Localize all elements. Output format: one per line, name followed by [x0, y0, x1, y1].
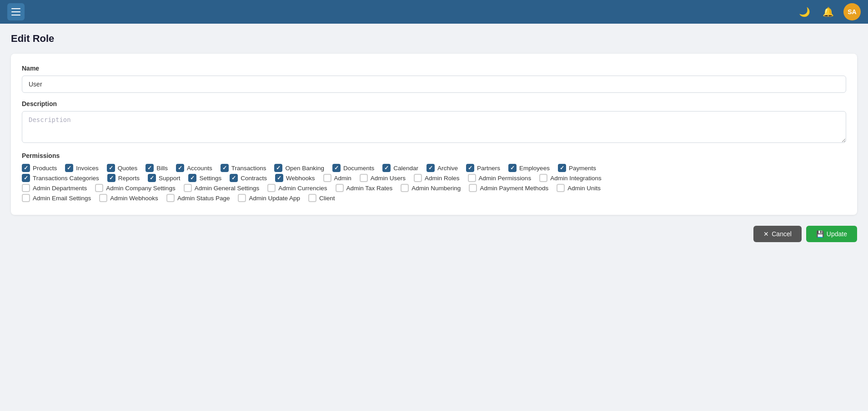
perm-label-archive: Archive	[437, 165, 458, 172]
perm-checkbox-payments[interactable]	[558, 164, 566, 172]
perm-item-admin-users: Admin Users	[360, 174, 406, 182]
perm-checkbox-admin-payment-methods[interactable]	[469, 184, 477, 192]
perm-checkbox-admin-users[interactable]	[360, 174, 368, 182]
update-button[interactable]: 💾 Update	[806, 226, 857, 242]
name-label: Name	[22, 65, 846, 72]
perm-label-webhooks: Webhooks	[286, 175, 315, 182]
perm-checkbox-admin-currencies[interactable]	[267, 184, 276, 192]
avatar[interactable]: SA	[843, 3, 861, 20]
perm-checkbox-admin-numbering[interactable]	[401, 184, 409, 192]
main-content: Edit Role Name Description Permissions P…	[0, 24, 868, 251]
perm-item-admin-permissions: Admin Permissions	[468, 174, 532, 182]
perm-label-admin-tax-rates: Admin Tax Rates	[346, 185, 393, 192]
permissions-row-1: Transactions CategoriesReportsSupportSet…	[22, 174, 846, 182]
navbar: 🌙 🔔 SA	[0, 0, 868, 24]
perm-checkbox-reports[interactable]	[107, 174, 115, 182]
perm-label-documents: Documents	[343, 165, 374, 172]
perm-checkbox-bills[interactable]	[146, 164, 154, 172]
hamburger-line-1	[11, 8, 20, 9]
perm-label-bills: Bills	[156, 165, 168, 172]
perm-checkbox-settings[interactable]	[188, 174, 196, 182]
perm-checkbox-support[interactable]	[148, 174, 156, 182]
update-icon: 💾	[816, 230, 824, 238]
perm-label-admin-company-settings: Admin Company Settings	[106, 185, 175, 192]
perm-item-contracts: Contracts	[230, 174, 267, 182]
perm-item-transactions: Transactions	[221, 164, 266, 172]
perm-label-contracts: Contracts	[241, 175, 267, 182]
perm-item-open-banking: Open Banking	[274, 164, 324, 172]
perm-checkbox-admin-company-settings[interactable]	[95, 184, 103, 192]
name-input[interactable]	[22, 76, 846, 93]
perm-checkbox-admin-integrations[interactable]	[539, 174, 547, 182]
perm-checkbox-quotes[interactable]	[107, 164, 115, 172]
perm-label-reports: Reports	[118, 175, 140, 182]
perm-checkbox-products[interactable]	[22, 164, 30, 172]
perm-label-client: Client	[319, 195, 335, 202]
cancel-label: Cancel	[772, 230, 792, 238]
perm-label-admin-webhooks: Admin Webhooks	[110, 195, 158, 202]
perm-checkbox-admin-status-page[interactable]	[166, 194, 175, 202]
perm-label-admin: Admin	[334, 175, 351, 182]
perm-label-admin-units: Admin Units	[567, 185, 601, 192]
perm-checkbox-calendar[interactable]	[382, 164, 391, 172]
perm-label-admin-integrations: Admin Integrations	[550, 175, 602, 182]
perm-item-admin-company-settings: Admin Company Settings	[95, 184, 175, 192]
perm-checkbox-admin-roles[interactable]	[414, 174, 422, 182]
perm-checkbox-admin-units[interactable]	[557, 184, 565, 192]
navbar-right: 🌙 🔔 SA	[796, 3, 861, 20]
perm-checkbox-admin-tax-rates[interactable]	[336, 184, 344, 192]
perm-checkbox-transactions[interactable]	[221, 164, 229, 172]
perm-checkbox-accounts[interactable]	[176, 164, 184, 172]
perm-item-quotes: Quotes	[107, 164, 138, 172]
perm-item-settings: Settings	[188, 174, 221, 182]
perm-label-calendar: Calendar	[393, 165, 418, 172]
perm-label-admin-status-page: Admin Status Page	[177, 195, 230, 202]
perm-item-admin-update-app: Admin Update App	[238, 194, 300, 202]
perm-checkbox-admin-email-settings[interactable]	[22, 194, 30, 202]
perm-checkbox-webhooks[interactable]	[275, 174, 283, 182]
perm-checkbox-open-banking[interactable]	[274, 164, 282, 172]
perm-label-admin-users: Admin Users	[371, 175, 406, 182]
bell-icon: 🔔	[823, 6, 834, 17]
perm-checkbox-invoices[interactable]	[65, 164, 73, 172]
perm-checkbox-admin-permissions[interactable]	[468, 174, 476, 182]
permissions-label: Permissions	[22, 152, 846, 159]
perm-item-products: Products	[22, 164, 57, 172]
perm-item-partners: Partners	[466, 164, 500, 172]
perm-label-admin-general-settings: Admin General Settings	[195, 185, 260, 192]
perm-item-admin-units: Admin Units	[557, 184, 601, 192]
perm-checkbox-documents[interactable]	[332, 164, 341, 172]
perm-checkbox-partners[interactable]	[466, 164, 474, 172]
perm-checkbox-contracts[interactable]	[230, 174, 238, 182]
perm-checkbox-admin-update-app[interactable]	[238, 194, 246, 202]
perm-item-admin-email-settings: Admin Email Settings	[22, 194, 91, 202]
hamburger-line-2	[11, 11, 20, 12]
perm-checkbox-admin-webhooks[interactable]	[99, 194, 107, 202]
perm-item-admin: Admin	[323, 174, 351, 182]
cancel-button[interactable]: ✕ Cancel	[753, 226, 802, 242]
description-label: Description	[22, 100, 846, 107]
permissions-row-0: ProductsInvoicesQuotesBillsAccountsTrans…	[22, 164, 846, 172]
notifications-button[interactable]: 🔔	[820, 4, 836, 20]
navbar-left	[7, 3, 25, 20]
menu-button[interactable]	[7, 3, 25, 20]
perm-checkbox-transactions-categories[interactable]	[22, 174, 30, 182]
perm-checkbox-admin[interactable]	[323, 174, 331, 182]
perm-item-invoices: Invoices	[65, 164, 99, 172]
moon-icon: 🌙	[799, 6, 810, 17]
cancel-icon: ✕	[763, 230, 769, 238]
perm-item-support: Support	[148, 174, 180, 182]
description-input[interactable]	[22, 111, 846, 143]
perm-checkbox-employees[interactable]	[508, 164, 517, 172]
perm-item-employees: Employees	[508, 164, 550, 172]
perm-checkbox-archive[interactable]	[426, 164, 435, 172]
perm-item-documents: Documents	[332, 164, 374, 172]
dark-mode-button[interactable]: 🌙	[796, 4, 813, 20]
perm-item-admin-roles: Admin Roles	[414, 174, 460, 182]
perm-checkbox-client[interactable]	[308, 194, 316, 202]
perm-checkbox-admin-general-settings[interactable]	[184, 184, 192, 192]
perm-checkbox-admin-departments[interactable]	[22, 184, 30, 192]
perm-label-settings: Settings	[199, 175, 221, 182]
permissions-row-2: Admin DepartmentsAdmin Company SettingsA…	[22, 184, 846, 192]
perm-item-webhooks: Webhooks	[275, 174, 315, 182]
